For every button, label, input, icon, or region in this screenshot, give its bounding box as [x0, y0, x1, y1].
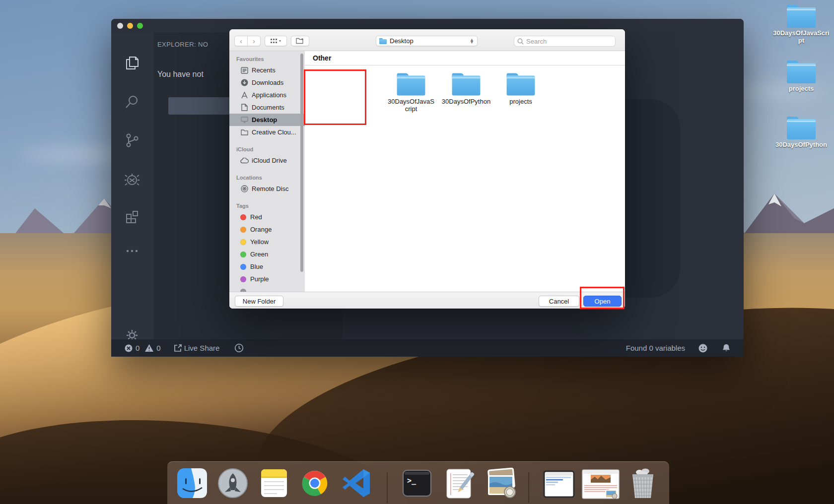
sidebar-item-creative-cloud[interactable]: Creative Clou... — [229, 126, 305, 138]
annotation-box-folder — [304, 69, 366, 125]
folder-icon — [787, 5, 816, 28]
sidebar-item-tag-yellow[interactable]: Yellow — [229, 236, 305, 248]
desktop-icon-projects[interactable]: projects — [771, 61, 831, 93]
sidebar-item-label: Orange — [250, 226, 272, 233]
warning-count[interactable]: 0 — [156, 344, 160, 352]
file-item-label: 30DaysOfPython — [441, 98, 491, 106]
search-input[interactable] — [526, 38, 606, 45]
clock-icon[interactable] — [234, 343, 244, 353]
dock-textedit-icon[interactable] — [443, 467, 475, 499]
sidebar-item-tag-purple[interactable]: Purple — [229, 273, 305, 285]
disc-icon — [240, 185, 249, 193]
sidebar-item-tag-orange[interactable]: Orange — [229, 223, 305, 236]
dock-finder-icon[interactable] — [176, 467, 208, 499]
dock-notes-icon[interactable] — [258, 467, 290, 499]
icloud-icon — [240, 156, 249, 165]
dock-chrome-icon[interactable] — [299, 467, 331, 499]
sidebar-item-label: Yellow — [250, 238, 269, 246]
back-button[interactable]: ‹ — [234, 36, 248, 46]
sidebar-item-icloud-drive[interactable]: iCloud Drive — [229, 154, 305, 167]
sidebar-item-recents[interactable]: Recents — [229, 64, 305, 76]
dock-preview-icon[interactable] — [484, 467, 516, 499]
explorer-panel-title: EXPLORER: NO — [157, 41, 208, 48]
window-zoom-button[interactable] — [137, 23, 143, 29]
sidebar-section-title: Locations — [229, 173, 305, 183]
errors-icon[interactable] — [124, 344, 133, 353]
folder-icon — [787, 117, 816, 139]
debug-icon[interactable] — [122, 170, 142, 190]
sidebar-item-label: Remote Disc — [252, 185, 288, 192]
applications-icon — [240, 91, 249, 99]
notifications-bell-icon[interactable] — [722, 343, 731, 353]
found-variables-label[interactable]: Found 0 variables — [626, 344, 685, 352]
dock-launchpad-icon[interactable] — [217, 467, 249, 499]
grid-view-icon — [271, 39, 278, 44]
dialog-toolbar: ‹ › ▾ Desktop ▲▼ — [229, 29, 625, 51]
dock-trash-icon[interactable] — [626, 467, 659, 499]
folder-icon — [240, 128, 249, 136]
view-options-button[interactable]: ▾ — [265, 36, 287, 46]
live-share-label[interactable]: Live Share — [184, 344, 220, 352]
feedback-smiley-icon[interactable] — [698, 343, 708, 353]
recents-icon — [240, 66, 249, 74]
new-folder-toolbar-button[interactable] — [291, 36, 309, 46]
new-folder-button[interactable]: New Folder — [235, 296, 283, 307]
desktop-icon-30daysofpython[interactable]: 30DaysOfPython — [771, 117, 831, 149]
location-value: Desktop — [390, 37, 414, 45]
live-share-icon[interactable] — [174, 344, 182, 352]
folder-icon — [379, 38, 387, 44]
sidebar-item-tag-red[interactable]: Red — [229, 211, 305, 223]
error-count[interactable]: 0 — [136, 344, 139, 352]
search-icon[interactable] — [122, 92, 142, 112]
file-item-label: projects — [496, 98, 546, 106]
sidebar-item-documents[interactable]: Documents — [229, 101, 305, 114]
dock-separator — [387, 472, 388, 503]
explorer-icon[interactable] — [122, 53, 142, 73]
sidebar-item-label: Purple — [250, 275, 269, 283]
dialog-sidebar: Favourites Recents Downloads Application… — [229, 51, 305, 292]
window-minimize-button[interactable] — [127, 23, 133, 29]
desktop-icon-30daysofjavascript[interactable]: 30DaysOfJavaScript — [771, 5, 831, 44]
cancel-button[interactable]: Cancel — [539, 296, 579, 307]
dock-minimized-code-window[interactable] — [543, 470, 575, 502]
tag-color-dot — [240, 239, 246, 245]
dock-terminal-icon[interactable]: >_ — [401, 467, 433, 499]
folder-icon — [787, 61, 816, 83]
explorer-empty-message: You have not — [157, 70, 204, 79]
sidebar-item-applications[interactable]: Applications — [229, 89, 305, 101]
sidebar-item-tag-green[interactable]: Green — [229, 248, 305, 260]
sidebar-item-downloads[interactable]: Downloads — [229, 76, 305, 89]
sidebar-scrollbar[interactable] — [300, 54, 303, 272]
sidebar-item-remote-disc[interactable]: Remote Disc — [229, 183, 305, 195]
location-dropdown[interactable]: Desktop ▲▼ — [376, 36, 478, 46]
more-actions-icon[interactable] — [122, 241, 142, 261]
forward-button[interactable]: › — [247, 36, 261, 46]
extensions-icon[interactable] — [122, 207, 142, 227]
vscode-status-bar: 0 0 Live Share Found 0 variables — [111, 339, 744, 357]
tag-color-dot — [240, 227, 246, 233]
sidebar-item-label: Applications — [252, 91, 286, 99]
sidebar-item-label: iCloud Drive — [252, 157, 287, 164]
sidebar-item-tag-blue[interactable]: Blue — [229, 260, 305, 273]
file-item-30daysofpython[interactable]: 30DaysOfPython — [441, 73, 491, 106]
dock-vscode-icon[interactable] — [341, 467, 372, 499]
window-close-button[interactable] — [117, 23, 123, 29]
source-control-icon[interactable] — [122, 130, 142, 150]
folder-icon — [397, 73, 425, 95]
warnings-icon[interactable] — [144, 344, 154, 352]
file-item-projects[interactable]: projects — [496, 73, 546, 106]
vscode-activity-bar — [111, 32, 154, 339]
new-folder-icon — [296, 38, 304, 44]
file-item-30daysofjavascript[interactable]: 30DaysOfJavaScript — [386, 73, 436, 113]
sidebar-item-tag-partial[interactable] — [229, 285, 305, 292]
file-item-label: 30DaysOfJavaScript — [386, 98, 436, 113]
sidebar-item-desktop[interactable]: Desktop — [229, 114, 305, 126]
search-icon — [517, 38, 524, 45]
dock-minimized-browser-window[interactable] — [582, 469, 614, 501]
sidebar-item-label: Blue — [250, 263, 263, 270]
tag-color-dot — [240, 276, 246, 282]
popup-arrows-icon: ▲▼ — [470, 39, 474, 44]
downloads-icon — [240, 78, 249, 87]
tag-color-dot — [240, 264, 246, 270]
search-field[interactable] — [514, 36, 616, 47]
